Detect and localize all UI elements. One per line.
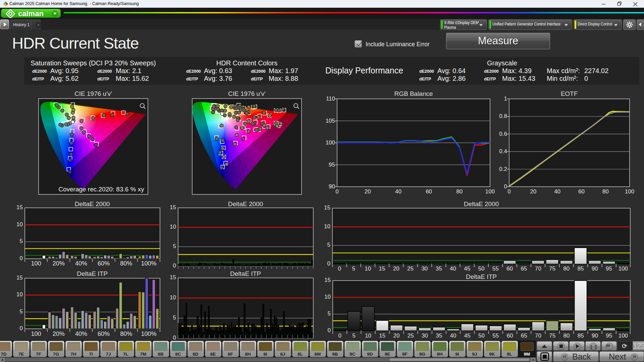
svg-text:Coverage rec.2020: 83.6 % xy: Coverage rec.2020: 83.6 % xy <box>58 186 144 193</box>
